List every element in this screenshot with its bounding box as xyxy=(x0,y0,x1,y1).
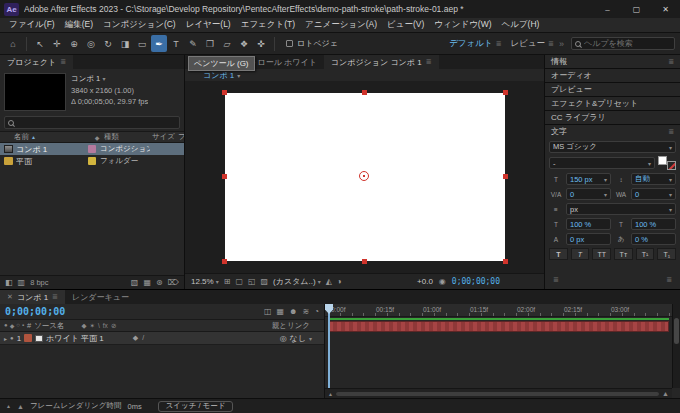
timeline-timecode[interactable]: 0;00;00;00 xyxy=(5,306,65,317)
bit-depth-button[interactable]: 8 bpc xyxy=(30,278,48,287)
column-label[interactable]: ◆ xyxy=(90,134,104,141)
transform-handle[interactable] xyxy=(503,174,508,179)
superscript-button[interactable]: T¹ xyxy=(636,248,655,260)
transform-handle[interactable] xyxy=(503,259,508,264)
column-size[interactable]: サイズ xyxy=(152,132,178,142)
threed-switch-icon[interactable]: ⊘ xyxy=(111,322,116,330)
tracking-dropdown[interactable]: 0 ▾ xyxy=(631,188,676,200)
preview-item-name[interactable]: コンポ 1 xyxy=(71,74,100,83)
layer-label-chip[interactable] xyxy=(24,334,32,342)
menu-window[interactable]: ウィンドウ(W) xyxy=(429,19,496,31)
close-icon[interactable]: ✕ xyxy=(7,293,13,301)
shy-icon[interactable]: ☻ xyxy=(289,307,297,316)
fill-color-swatch[interactable] xyxy=(658,156,667,165)
font-style-dropdown[interactable]: - ▾ xyxy=(549,157,655,169)
column-type[interactable]: 種類 xyxy=(104,132,152,142)
menu-effect[interactable]: エフェクト(T) xyxy=(236,19,300,31)
snapshot-icon[interactable]: ◉ xyxy=(439,277,446,286)
composition-frame[interactable] xyxy=(225,93,505,261)
hand-tool[interactable]: ✛ xyxy=(49,35,65,52)
leading-dropdown[interactable]: 自動 ▾ xyxy=(631,173,676,185)
kerning-dropdown[interactable]: 0 ▾ xyxy=(566,188,611,200)
motion-blur-switch-icon[interactable]: ✶ xyxy=(90,322,95,330)
brush-tool[interactable]: ✎ xyxy=(185,35,201,52)
pickwhip-icon[interactable]: ◎ xyxy=(280,334,287,343)
roto-brush-tool[interactable]: ❖ xyxy=(236,35,252,52)
rotobezier-checkbox[interactable] xyxy=(286,40,293,47)
panel-menu-icon[interactable]: ≣ xyxy=(60,58,66,66)
lock-column-icon[interactable]: ▪ xyxy=(22,322,24,329)
workspace-review[interactable]: レビュー ≣ xyxy=(507,38,558,50)
selection-tool[interactable]: ↖ xyxy=(32,35,48,52)
fill-stroke-swatches[interactable] xyxy=(658,156,676,170)
solo-column-icon[interactable]: ○ xyxy=(16,322,20,329)
layer-duration-bar[interactable] xyxy=(328,321,669,332)
transform-handle[interactable] xyxy=(362,259,367,264)
menu-help[interactable]: ヘルプ(H) xyxy=(497,19,545,31)
pen-tool[interactable]: ✒ xyxy=(151,35,167,52)
label-color-chip[interactable] xyxy=(88,157,96,165)
minimize-button[interactable]: – xyxy=(593,0,622,18)
stroke-color-swatch[interactable] xyxy=(667,161,676,170)
rotation-tool[interactable]: ↻ xyxy=(100,35,116,52)
chevron-down-icon[interactable]: ▾ xyxy=(102,76,105,82)
grid-options-icon[interactable]: ⊞ xyxy=(224,277,231,286)
viewer-timecode[interactable]: 0;00;00;00 xyxy=(452,277,500,286)
zoom-tool[interactable]: ⊕ xyxy=(66,35,82,52)
font-size-dropdown[interactable]: 150 px ▾ xyxy=(566,173,611,185)
panel-audio[interactable]: オーディオ xyxy=(545,69,680,82)
help-search-box[interactable] xyxy=(571,37,675,50)
all-caps-button[interactable]: TT xyxy=(592,248,611,260)
panel-menu-icon[interactable]: ≣ xyxy=(426,58,432,66)
tab-render-queue[interactable]: レンダーキュー xyxy=(65,290,136,304)
trash-icon[interactable]: ⌦ xyxy=(168,278,179,287)
panel-menu-icon[interactable]: ≣ xyxy=(668,128,674,136)
show-channel-icon[interactable]: ◑ xyxy=(337,277,342,286)
project-settings-icon[interactable]: ⊛ xyxy=(156,278,163,287)
draft-3d-icon[interactable]: ▦ xyxy=(276,307,284,316)
panel-effects-presets[interactable]: エフェクト&プリセット xyxy=(545,97,680,110)
shape-tool[interactable]: ▭ xyxy=(134,35,150,52)
workspace-menu-icon[interactable]: ≣ xyxy=(548,40,554,48)
current-time-indicator[interactable] xyxy=(328,304,330,388)
menu-edit[interactable]: 編集(E) xyxy=(60,19,98,31)
zoom-in-mountain-icon[interactable]: ▲ xyxy=(17,403,24,410)
layer-name[interactable]: ホワイト 平面 1 xyxy=(46,333,104,344)
resolution-dropdown[interactable]: (カスタム..) ▾ xyxy=(273,276,321,287)
menu-file[interactable]: ファイル(F) xyxy=(4,19,60,31)
transparency-grid-icon[interactable]: ▨ xyxy=(261,277,269,286)
menu-animation[interactable]: アニメーション(A) xyxy=(300,19,382,31)
transform-handle[interactable] xyxy=(222,90,227,95)
parent-link-header[interactable]: 親とリンク xyxy=(272,321,310,331)
new-composition-icon[interactable]: ▦ xyxy=(143,278,151,287)
project-flowchart-icon[interactable]: ◧ xyxy=(5,278,13,287)
anchor-point[interactable] xyxy=(359,171,369,181)
twirl-icon[interactable]: ▸ xyxy=(4,335,7,342)
transform-handle[interactable] xyxy=(222,259,227,264)
timeline-track-area[interactable]: 0:00f 00:15f 01:00f 01:15f 02:00f 02:15f… xyxy=(325,304,680,398)
project-row-folder[interactable]: 平面 フォルダー xyxy=(0,155,184,167)
home-button[interactable]: ⌂ xyxy=(5,35,21,52)
menu-layer[interactable]: レイヤー(L) xyxy=(181,19,236,31)
panel-info[interactable]: 情報 ≣ xyxy=(545,55,680,68)
effects-switch-icon[interactable]: fx xyxy=(103,322,108,330)
video-toggle-icon[interactable]: ● xyxy=(10,335,14,341)
small-caps-button[interactable]: Tт xyxy=(614,248,633,260)
close-button[interactable]: ✕ xyxy=(651,0,680,18)
panel-menu-icon[interactable]: ≣ xyxy=(52,293,58,301)
eraser-tool[interactable]: ▱ xyxy=(219,35,235,52)
parent-dropdown[interactable]: なし xyxy=(290,333,306,344)
stroke-width-dropdown[interactable]: px ▾ xyxy=(566,203,676,215)
maximize-button[interactable]: ▢ xyxy=(622,0,651,18)
tab-project[interactable]: プロジェクト ≣ xyxy=(0,55,73,69)
pan-behind-tool[interactable]: ◨ xyxy=(117,35,133,52)
quality-switch-icon[interactable]: ◆ xyxy=(133,334,138,342)
clone-stamp-tool[interactable]: ❐ xyxy=(202,35,218,52)
new-folder-icon[interactable]: ▧ xyxy=(131,278,139,287)
timeline-vertical-scrollbar[interactable] xyxy=(672,304,680,388)
source-name-header[interactable]: ソース名 xyxy=(34,321,64,331)
frame-blend-icon[interactable]: ≋ xyxy=(302,307,309,316)
panel-menu-icon[interactable]: ≣ xyxy=(668,58,674,66)
panel-preview[interactable]: プレビュー xyxy=(545,83,680,96)
comp-breadcrumb[interactable]: コンポ 1 xyxy=(203,70,234,81)
